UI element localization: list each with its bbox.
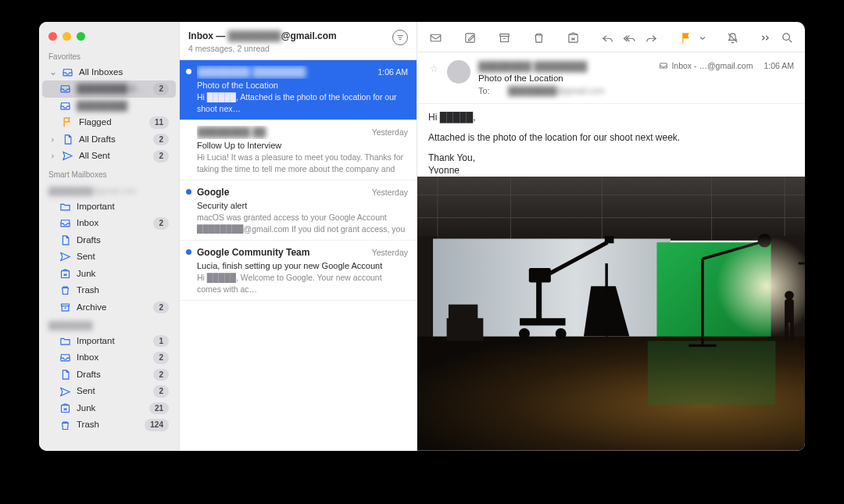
svg-rect-22 — [520, 318, 565, 325]
unread-dot-icon — [186, 189, 191, 195]
minimize-dot[interactable] — [63, 32, 71, 41]
account-header[interactable]: ████████@gmail.com — [39, 181, 179, 198]
flag-menu-button[interactable] — [697, 29, 708, 46]
sidebar-item-inbox[interactable]: Inbox2 — [42, 215, 176, 232]
close-dot[interactable] — [48, 32, 57, 41]
zoom-dot[interactable] — [77, 32, 85, 41]
reply-icon — [601, 31, 614, 45]
sidebar-child-account-0[interactable]: ████████@g... 2 — [42, 80, 176, 98]
sidebar: Favorites ⌄ All Inboxes ████████@g... 2 … — [39, 22, 180, 451]
sidebar-item-junk[interactable]: Junk21 — [42, 400, 176, 417]
bell-slash-icon — [726, 31, 739, 45]
message-row[interactable]: Google Community TeamYesterdayLucia, fin… — [180, 241, 417, 301]
flag-icon — [62, 116, 73, 128]
search-button[interactable] — [777, 29, 797, 46]
sidebar-item-important[interactable]: Important — [42, 198, 176, 216]
mute-button[interactable] — [722, 29, 742, 46]
junk-icon — [567, 31, 580, 45]
sidebar-item-label: Flagged — [79, 116, 144, 129]
sidebar-item-inbox[interactable]: Inbox2 — [42, 349, 176, 366]
message-row[interactable]: ████████ ████████1:06 AMPhoto of the Loc… — [180, 60, 417, 120]
junk-button[interactable] — [563, 29, 583, 46]
archive-icon — [498, 31, 511, 45]
sidebar-item-all-inboxes[interactable]: ⌄ All Inboxes — [42, 64, 176, 81]
reader-subject: Photo of the Location — [478, 73, 651, 85]
delete-button[interactable] — [528, 29, 549, 46]
sidebar-item-sent[interactable]: Sent — [42, 248, 176, 266]
sidebar-item-junk[interactable]: Junk — [42, 266, 176, 283]
inbox-icon — [59, 217, 71, 229]
trash-icon — [59, 284, 71, 296]
chevron-right-icon: › — [49, 134, 56, 146]
sidebar-item-drafts[interactable]: Drafts — [42, 232, 176, 249]
sidebar-item-sent[interactable]: Sent2 — [42, 383, 176, 400]
sidebar-item-drafts[interactable]: Drafts2 — [42, 366, 176, 384]
message-list[interactable]: ████████ ████████1:06 AMPhoto of the Loc… — [180, 60, 417, 451]
message-time: Yesterday — [372, 247, 408, 258]
archive-icon — [59, 302, 71, 313]
sidebar-item-all-sent[interactable]: › All Sent 2 — [42, 148, 176, 165]
sidebar-child-account-1[interactable]: ████████ — [42, 98, 176, 115]
message-snippet: Hi Lucia! It was a pleasure to meet you … — [197, 152, 408, 173]
favorites-label: Favorites — [39, 47, 179, 64]
sidebar-item-trash[interactable]: Trash — [42, 282, 176, 299]
sidebar-item-label: Drafts — [77, 369, 148, 381]
more-button[interactable] — [755, 29, 775, 46]
sidebar-item-label: ████████ — [77, 100, 169, 113]
envelope-icon — [429, 31, 442, 45]
studio-photo — [417, 177, 805, 451]
compose-button[interactable] — [460, 29, 480, 46]
inbox-icon — [59, 83, 71, 95]
redacted-group-header[interactable]: ████████ — [39, 316, 179, 333]
sidebar-item-flagged[interactable]: Flagged 11 — [42, 114, 176, 131]
svg-rect-3 — [431, 34, 441, 41]
sidebar-item-archive[interactable]: Archive2 — [42, 299, 176, 316]
svg-point-23 — [519, 328, 530, 339]
count-badge: 1 — [153, 335, 169, 348]
smart-mailboxes-label: Smart Mailboxes — [39, 165, 179, 182]
sidebar-item-label: ████████@g... — [77, 83, 148, 95]
count-badge: 2 — [153, 385, 169, 398]
doc-icon — [62, 134, 73, 145]
count-badge: 124 — [145, 419, 169, 431]
sidebar-item-label: Inbox — [77, 217, 148, 230]
reader-to-line: To: ████████@gmail.com — [478, 85, 651, 97]
count-badge: 11 — [149, 116, 169, 129]
message-header: ☆ ████████ ████████ Photo of the Locatio… — [417, 52, 805, 104]
svg-rect-8 — [417, 177, 805, 241]
search-icon — [781, 31, 794, 45]
send-icon — [59, 386, 71, 398]
sidebar-item-all-drafts[interactable]: › All Drafts 2 — [42, 131, 176, 148]
inbox-summary: 4 messages, 2 unread — [188, 43, 392, 54]
star-icon[interactable]: ☆ — [428, 63, 439, 75]
folder-icon — [59, 335, 71, 347]
message-body: Hi █████, Attached is the photo of the l… — [417, 104, 805, 177]
svg-rect-6 — [568, 34, 577, 42]
filter-button[interactable] — [392, 30, 408, 45]
svg-point-34 — [785, 291, 794, 300]
reader-toolbar — [417, 22, 805, 52]
sidebar-item-important[interactable]: Important1 — [42, 333, 176, 350]
count-badge: 2 — [153, 150, 169, 163]
reply-button[interactable] — [597, 29, 617, 46]
svg-rect-25 — [536, 277, 542, 321]
reader-time: 1:06 AM — [764, 60, 794, 71]
junk-icon — [59, 402, 71, 414]
flag-button[interactable] — [675, 29, 696, 46]
chevron-down-icon — [697, 31, 708, 45]
svg-rect-37 — [790, 321, 794, 341]
junk-icon — [59, 268, 71, 280]
attachment-image[interactable] — [417, 177, 805, 451]
compose-icon — [463, 31, 477, 45]
replyall-button[interactable] — [619, 29, 639, 46]
double-chevron-icon — [759, 31, 772, 45]
count-badge: 2 — [153, 302, 169, 314]
sidebar-item-label: Drafts — [77, 234, 169, 247]
message-row[interactable]: ████████ ██YesterdayFollow Up to Intervi… — [180, 120, 417, 181]
markread-button[interactable] — [425, 29, 445, 46]
message-row[interactable]: GoogleYesterdaySecurity alertmacOS was g… — [180, 181, 417, 241]
sidebar-item-trash[interactable]: Trash124 — [42, 416, 176, 434]
archive-button[interactable] — [494, 29, 514, 46]
forward-button[interactable] — [641, 29, 661, 46]
svg-rect-21 — [648, 341, 776, 406]
